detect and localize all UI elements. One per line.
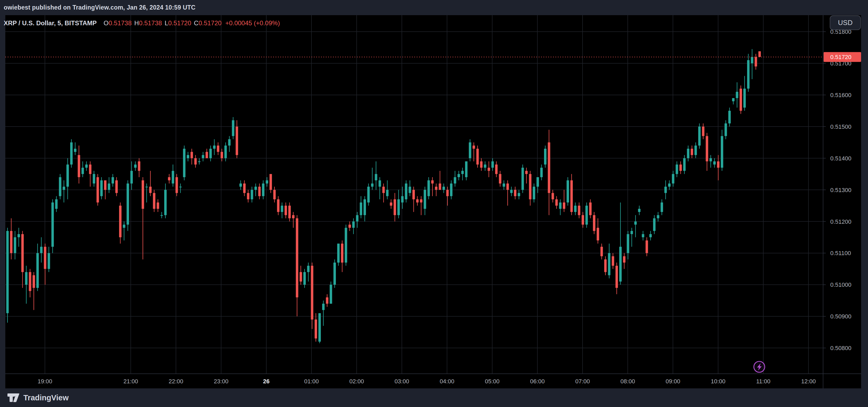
chart-canvas: 0.518000.517000.516000.515000.514000.513… [0,0,868,407]
candle-body [548,142,550,193]
candle-body [378,180,381,187]
candle-body [70,142,72,165]
candle-body [424,190,426,209]
candle-body [210,149,212,158]
lightning-button[interactable] [754,361,765,372]
candle-body [758,51,761,57]
candle-body [499,174,501,183]
candle-body [582,215,584,225]
price-axis-label: 0.51300 [830,187,851,194]
candle-body [160,215,163,216]
candle-body [270,174,272,190]
candle-body [74,149,76,152]
candle-body [198,162,200,162]
candle-body [2,313,5,329]
candle-body [307,266,310,272]
candle-body [6,231,9,313]
time-axis-label: 01:00 [304,378,319,385]
candle-body [266,180,268,183]
candle-body [221,152,223,158]
candle-body [44,247,46,269]
candle-body [630,231,633,234]
candle-body [676,165,678,174]
candle-body [397,199,400,215]
candle-body [552,193,554,199]
candle-body [14,237,16,253]
candle-body [657,215,659,219]
candle-body [721,136,723,168]
candle-body [247,193,249,199]
candle-body [540,168,543,177]
time-axis-label: 12:00 [801,378,816,385]
candle-body [55,199,58,209]
candle-body [123,225,125,228]
ohlc-open: O0.51738 [104,20,131,27]
candle-body [668,183,671,187]
candle-body [153,193,155,208]
price-axis-label: 0.51200 [830,219,851,225]
candle-body [322,304,324,310]
symbol-title[interactable]: XRP / U.S. Dollar, 5, BITSTAMP [4,20,97,27]
candle-body [36,253,39,288]
candle-body [694,146,697,155]
candle-body [586,206,588,225]
candle-body [296,219,298,297]
candle-body [544,149,547,165]
candle-body [604,259,607,272]
candle-body [115,180,118,193]
candle-body [326,297,328,304]
candle-body [623,256,625,263]
price-axis-label: 0.51500 [830,123,851,130]
candle-body [446,190,448,196]
candle-body [157,202,159,209]
publish-text: owiebest published on TradingView.com, J… [4,4,196,11]
candle-body [360,202,362,215]
candle-body [21,234,24,272]
candle-body [176,177,178,193]
candle-body [702,127,704,136]
candle-body [217,146,219,152]
candle-body [431,180,434,183]
candle-body [642,234,644,237]
candle-body [277,199,279,212]
brand-wordmark[interactable]: TradingView [23,394,68,402]
time-axis-label: 21:00 [123,378,138,385]
price-axis-label: 0.50800 [830,345,851,351]
tradingview-logo-icon[interactable] [7,393,20,403]
candle-body [352,222,354,228]
candle-body [555,199,558,206]
candle-body [472,146,475,149]
currency-toggle-button[interactable]: USD [830,16,861,30]
candle-body [567,180,569,202]
ohlc-low: L0.51720 [164,20,191,27]
candle-body [409,187,411,193]
candle-body [89,165,91,174]
candle-body [138,162,140,171]
candle-body [236,127,238,155]
candle-body [126,183,129,225]
candle-body [476,149,479,165]
candle-body [394,199,396,215]
candle-body [529,174,531,199]
candle-body [240,183,242,187]
time-axis-label: 11:00 [756,378,770,385]
candle-body [251,190,253,200]
candle-body [85,165,88,168]
candle-body [292,215,294,219]
candle-body [382,187,385,193]
candle-body [461,171,464,174]
chart-legend[interactable]: XRP / U.S. Dollar, 5, BITSTAMP O0.51738 … [4,20,280,27]
candle-body [458,174,460,177]
candle-body [59,177,61,196]
candle-body [213,146,216,149]
candle-body [243,183,246,193]
candle-body [130,171,133,183]
candle-body [179,187,182,187]
candle-body [25,272,27,285]
candle-body [66,165,69,186]
candle-body [491,162,494,168]
candle-body [18,234,20,237]
candle-body [736,92,738,98]
publish-bar: owiebest published on TradingView.com, J… [0,0,868,15]
price-change: +0.00045 (+0.09%) [225,20,280,27]
